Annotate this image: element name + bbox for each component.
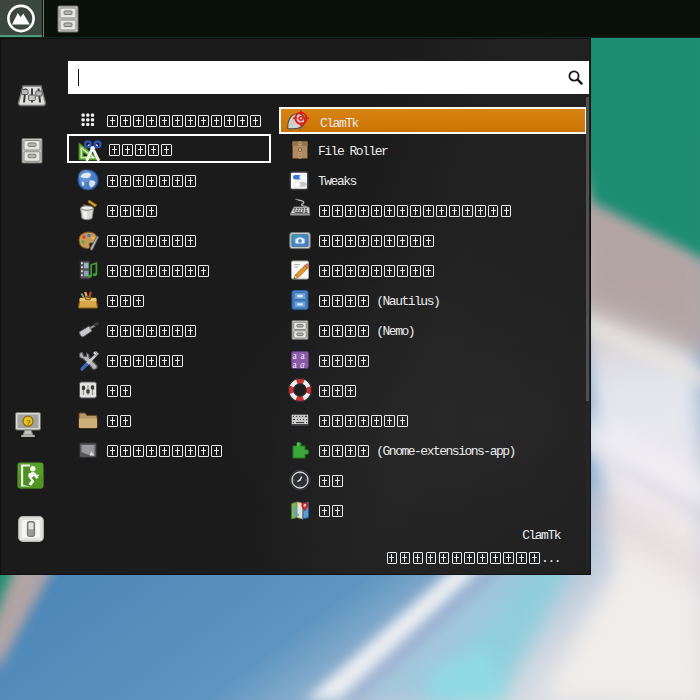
svg-text:?: ? <box>26 418 31 427</box>
svg-text:a: a <box>300 360 305 370</box>
